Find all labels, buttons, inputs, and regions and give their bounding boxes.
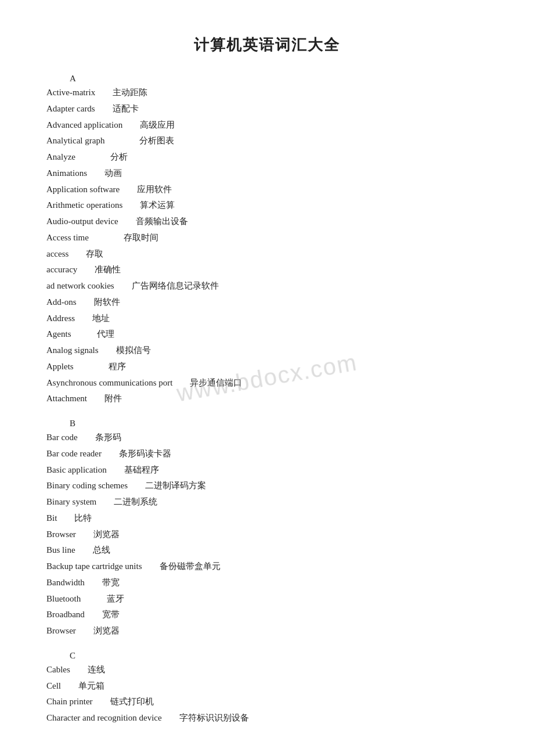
entry: Bus line 总线 (46, 542, 488, 559)
section-letter-c: C (70, 651, 488, 661)
entry: access 存取 (46, 246, 488, 262)
entry: Bandwidth 带宽 (46, 575, 488, 591)
page-title: 计算机英语词汇大全 (46, 35, 488, 55)
entry: Browser 浏览器 (46, 527, 488, 543)
entry: Bluetooth 蓝牙 (46, 591, 488, 607)
entry: Backup tape cartridge units 备份磁带盒单元 (46, 559, 488, 575)
entry: Bar code reader 条形码读卡器 (46, 446, 488, 462)
content-root: AActive-matrix 主动距陈Adapter cards 适配卡Adva… (46, 74, 488, 732)
entry: Address 地址 (46, 311, 488, 327)
entry: Bit 比特 (46, 510, 488, 527)
entry: Character and recognition device 字符标识识别设… (46, 710, 488, 726)
entry: Applets 程序 (46, 359, 488, 375)
entry: Active-matrix 主动距陈 (46, 85, 488, 101)
entry: Audio-output device 音频输出设备 (46, 214, 488, 230)
entry: Chain printer 链式打印机 (46, 694, 488, 710)
entry: Bar code 条形码 (46, 430, 488, 446)
entry: Attachment 附件 (46, 391, 488, 407)
entry: Analog signals 模拟信号 (46, 343, 488, 359)
entry: Binary system 二进制系统 (46, 494, 488, 510)
section-letter-a: A (70, 74, 488, 84)
entry: accuracy 准确性 (46, 262, 488, 278)
entry: Asynchronous communications port 异步通信端口 (46, 375, 488, 391)
entry: Advanced application 高级应用 (46, 117, 488, 134)
entry: ad network cookies 广告网络信息记录软件 (46, 278, 488, 294)
entry: Cell 单元箱 (46, 678, 488, 694)
entry: Application software 应用软件 (46, 182, 488, 198)
entry: Binary coding schemes 二进制译码方案 (46, 478, 488, 494)
entry: Adapter cards 适配卡 (46, 101, 488, 117)
entry: Cables 连线 (46, 662, 488, 678)
entry: Add-ons 附软件 (46, 294, 488, 311)
entry: Browser 浏览器 (46, 623, 488, 639)
entry: Arithmetic operations 算术运算 (46, 197, 488, 214)
entry: Access time 存取时间 (46, 230, 488, 246)
entry: Analytical graph 分析图表 (46, 133, 488, 149)
entry: Basic application 基础程序 (46, 462, 488, 478)
section-letter-b: B (70, 419, 488, 429)
entry: Animations 动画 (46, 165, 488, 182)
entry: Analyze 分析 (46, 149, 488, 165)
entry: Broadband 宽带 (46, 607, 488, 623)
entry: Agents 代理 (46, 326, 488, 343)
